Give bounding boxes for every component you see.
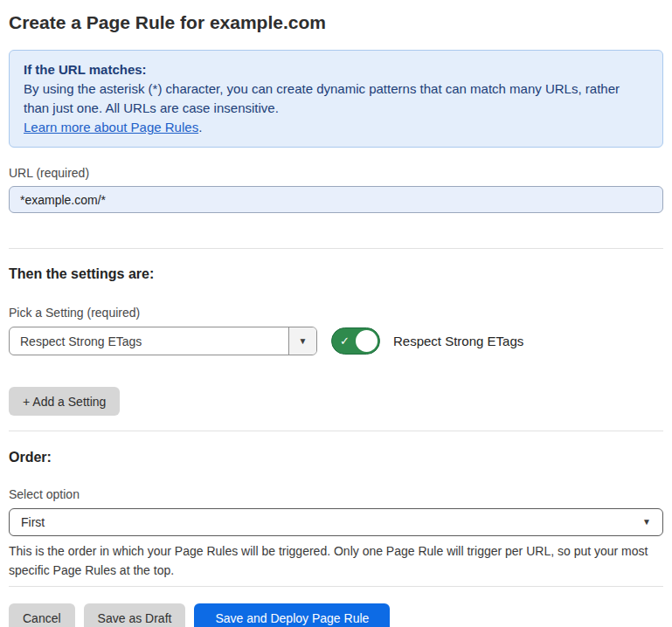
url-match-info-box: If the URL matches: By using the asteris…: [9, 50, 663, 148]
pick-setting-label: Pick a Setting (required): [9, 306, 663, 320]
url-field-group: URL (required): [9, 166, 663, 213]
page-title: Create a Page Rule for example.com: [9, 11, 663, 34]
info-box-heading: If the URL matches:: [24, 60, 648, 79]
setting-toggle-group: ✓ Respect Strong ETags: [331, 327, 523, 355]
setting-select[interactable]: Respect Strong ETags ▼: [9, 327, 317, 355]
link-suffix: .: [198, 120, 202, 134]
cancel-button[interactable]: Cancel: [9, 603, 75, 627]
order-help-text: This is the order in which your Page Rul…: [9, 541, 663, 580]
url-field-label: URL (required): [9, 166, 663, 180]
chevron-down-icon: ▼: [642, 518, 651, 527]
setting-toggle[interactable]: ✓: [331, 327, 380, 355]
create-page-rule-form: Create a Page Rule for example.com If th…: [0, 0, 672, 627]
footer-button-row: Cancel Save as Draft Save and Deploy Pag…: [9, 603, 663, 627]
save-draft-button[interactable]: Save as Draft: [84, 603, 186, 627]
info-link-line: Learn more about Page Rules.: [24, 118, 648, 137]
setting-select-arrow-button[interactable]: ▼: [288, 327, 316, 355]
info-box-body: By using the asterisk (*) character, you…: [24, 81, 620, 115]
save-deploy-button[interactable]: Save and Deploy Page Rule: [194, 603, 390, 627]
check-icon: ✓: [340, 335, 350, 347]
settings-heading: Then the settings are:: [9, 265, 663, 283]
select-option-label: Select option: [9, 487, 663, 501]
toggle-label: Respect Strong ETags: [393, 334, 523, 348]
setting-select-value: Respect Strong ETags: [10, 334, 288, 348]
chevron-down-icon: ▼: [299, 337, 308, 346]
setting-row: Respect Strong ETags ▼ ✓ Respect Strong …: [9, 327, 663, 355]
section-divider: [9, 248, 663, 249]
learn-more-link[interactable]: Learn more about Page Rules: [24, 120, 198, 134]
order-select[interactable]: First ▼: [9, 508, 663, 536]
order-heading: Order:: [9, 449, 663, 466]
section-divider: [9, 586, 663, 587]
add-setting-button[interactable]: + Add a Setting: [9, 387, 120, 416]
section-divider: [9, 431, 663, 431]
url-input[interactable]: [9, 186, 663, 213]
order-select-value: First: [21, 515, 45, 529]
toggle-knob: [356, 330, 378, 352]
